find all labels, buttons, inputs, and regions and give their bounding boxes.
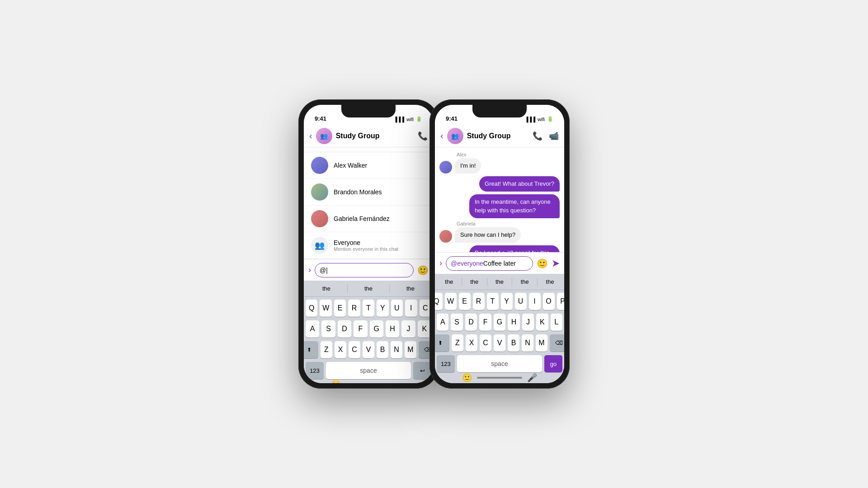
- key-Z-1[interactable]: Z: [321, 341, 332, 358]
- message-sent-meantime: In the meantime, can anyone help with th…: [439, 194, 560, 218]
- key-A-1[interactable]: A: [306, 320, 319, 338]
- key-Z-2[interactable]: Z: [452, 334, 463, 352]
- emoji-button-2[interactable]: 🙂: [537, 258, 548, 269]
- key-E-2[interactable]: E: [459, 293, 471, 310]
- emoji-bottom-icon-1[interactable]: 🙂: [331, 380, 341, 383]
- space-key-2[interactable]: space: [457, 355, 542, 372]
- bubble-sent-trevor-text: Great! What about Trevor?: [485, 180, 554, 187]
- key-U-1[interactable]: U: [391, 300, 403, 317]
- mention-item-gabriela[interactable]: Gabriela Fernández: [304, 206, 433, 232]
- key-A-2[interactable]: A: [437, 314, 448, 331]
- key-T-1[interactable]: T: [363, 300, 374, 317]
- mention-item-alex[interactable]: Alex Walker: [304, 152, 433, 179]
- key-R-1[interactable]: R: [348, 300, 360, 317]
- key-X-2[interactable]: X: [466, 334, 477, 352]
- call-icon-1[interactable]: 📞: [418, 131, 428, 141]
- message-gabriela: Gabriela Sure how can I help?: [439, 221, 560, 243]
- key-C-2[interactable]: C: [480, 334, 491, 352]
- battery-icon-2: 🔋: [547, 116, 553, 122]
- key-J-1[interactable]: J: [401, 320, 415, 338]
- key-N-1[interactable]: N: [391, 341, 402, 358]
- mention-item-everyone[interactable]: 👥 Everyone Mention everyone in this chat: [304, 232, 433, 259]
- key-E-1[interactable]: E: [334, 300, 346, 317]
- key-B-1[interactable]: B: [377, 341, 388, 358]
- message-input-1[interactable]: [315, 263, 414, 277]
- key-I-2[interactable]: I: [529, 293, 541, 310]
- suggestion-2-3[interactable]: the: [487, 277, 512, 287]
- emoji-button-1[interactable]: 🙂: [417, 265, 429, 276]
- key-U-2[interactable]: U: [515, 293, 527, 310]
- shift-key-2[interactable]: ⬆: [435, 334, 449, 352]
- key-D-2[interactable]: D: [465, 314, 477, 331]
- key-V-2[interactable]: V: [494, 334, 505, 352]
- return-key-1[interactable]: ↩: [413, 362, 431, 379]
- suggestion-1-2[interactable]: the: [348, 283, 389, 294]
- message-input-2[interactable]: @everyone Coffee later: [446, 256, 533, 271]
- key-C2-1[interactable]: C: [349, 341, 360, 358]
- suggestion-2-4[interactable]: the: [512, 277, 537, 287]
- key-W-1[interactable]: W: [320, 300, 331, 317]
- key-G-1[interactable]: G: [370, 320, 383, 338]
- input-bar-1: › 🙂: [304, 259, 433, 281]
- key-row-2-1: Q W E R T Y U I O P: [437, 293, 562, 310]
- key-Q-2[interactable]: Q: [435, 293, 443, 310]
- key-Q-1[interactable]: Q: [306, 300, 317, 317]
- status-time-2: 9:41: [446, 115, 458, 122]
- expand-button-2[interactable]: ›: [439, 258, 442, 268]
- key-K-2[interactable]: K: [536, 314, 548, 331]
- key-Y-2[interactable]: Y: [501, 293, 513, 310]
- num-key-2[interactable]: 123: [437, 355, 455, 372]
- shift-key-1[interactable]: ⬆: [304, 341, 318, 358]
- num-key-1[interactable]: 123: [306, 362, 324, 379]
- suggestion-1-1[interactable]: the: [306, 283, 347, 294]
- suggestion-1-3[interactable]: the: [390, 283, 431, 294]
- key-H-1[interactable]: H: [386, 320, 399, 338]
- key-L-2[interactable]: L: [551, 314, 562, 331]
- key-Y-1[interactable]: Y: [377, 300, 388, 317]
- key-S-2[interactable]: S: [451, 314, 462, 331]
- go-key-2[interactable]: go: [544, 355, 562, 372]
- header-actions-1: 📞: [418, 131, 428, 141]
- key-M-2[interactable]: M: [536, 334, 547, 352]
- header-actions-2: 📞 📹: [533, 131, 559, 141]
- key-J-2[interactable]: J: [522, 314, 534, 331]
- back-button-1[interactable]: ‹: [309, 131, 312, 141]
- key-I-1[interactable]: I: [405, 300, 417, 317]
- message-alex: Alex I'm in!: [439, 152, 560, 174]
- emoji-bottom-icon-2[interactable]: 🙂: [462, 373, 472, 383]
- delete-key-2[interactable]: ⌫: [550, 334, 564, 352]
- suggestion-2-5[interactable]: the: [538, 277, 562, 287]
- key-D-1[interactable]: D: [338, 320, 351, 338]
- key-F-2[interactable]: F: [479, 314, 491, 331]
- keyboard-suggestions-2: the the the the the: [435, 274, 564, 290]
- send-button-2[interactable]: ➤: [552, 258, 560, 269]
- mic-icon-2[interactable]: 🎤: [527, 373, 537, 383]
- signal-icon-2: ▐▐▐: [525, 117, 535, 122]
- call-icon-2[interactable]: 📞: [533, 131, 542, 141]
- key-P-2[interactable]: P: [557, 293, 565, 310]
- space-key-1[interactable]: space: [326, 362, 411, 379]
- signal-icon-1: ▐▐▐: [394, 117, 404, 122]
- video-icon-2[interactable]: 📹: [549, 131, 559, 141]
- back-button-2[interactable]: ‹: [440, 131, 443, 141]
- key-O-2[interactable]: O: [543, 293, 555, 310]
- key-M-1[interactable]: M: [405, 341, 416, 358]
- key-W-2[interactable]: W: [445, 293, 457, 310]
- key-X-1[interactable]: X: [335, 341, 346, 358]
- expand-button-1[interactable]: ›: [308, 265, 311, 275]
- key-H-2[interactable]: H: [508, 314, 519, 331]
- mention-item-brandon[interactable]: Brandon Morales: [304, 179, 433, 206]
- key-B-2[interactable]: B: [508, 334, 519, 352]
- key-R-2[interactable]: R: [473, 293, 485, 310]
- key-F-1[interactable]: F: [354, 320, 367, 338]
- key-V-1[interactable]: V: [363, 341, 374, 358]
- mention-info-alex: Alex Walker: [334, 162, 367, 169]
- status-time-1: 9:41: [315, 115, 326, 122]
- suggestion-2-1[interactable]: the: [437, 277, 462, 287]
- key-T-2[interactable]: T: [487, 293, 499, 310]
- key-S-1[interactable]: S: [321, 320, 335, 338]
- phone-2: 9:41 ▐▐▐ wifi 🔋 ‹ 👥 Study Group 📞 📹: [429, 99, 570, 389]
- suggestion-2-2[interactable]: the: [462, 277, 487, 287]
- key-G-2[interactable]: G: [494, 314, 505, 331]
- key-N-2[interactable]: N: [522, 334, 533, 352]
